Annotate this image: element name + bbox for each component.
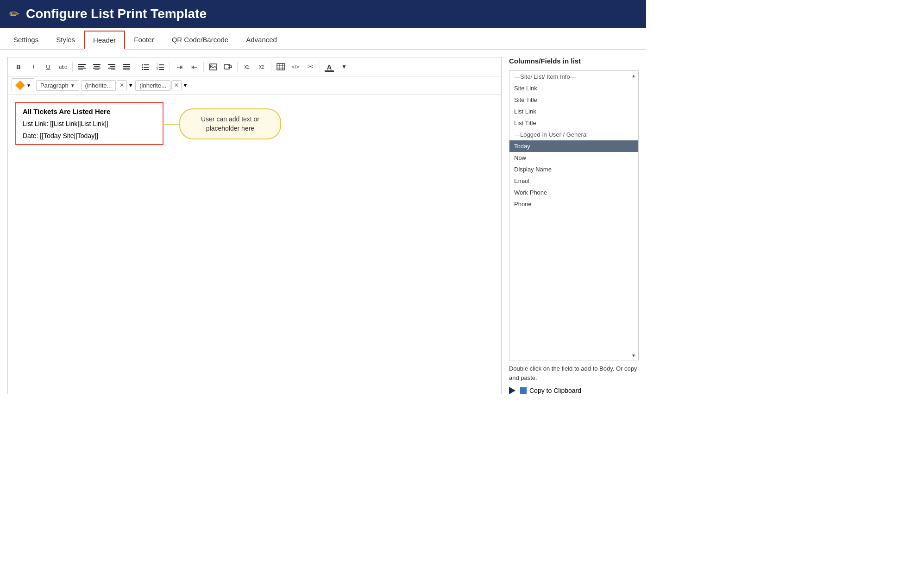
- paragraph-arrow: ▼: [70, 83, 75, 88]
- right-panel: Columns/Fields in list ▲ ---Site/ List/ …: [509, 57, 639, 394]
- list-item-site-link[interactable]: Site Link: [509, 82, 638, 94]
- paragraph-label: Paragraph: [40, 82, 69, 89]
- editor-content[interactable]: All Tickets Are Listed Here List Link: […: [8, 95, 501, 394]
- content-line3: Date: [[Today Site||Today]]: [23, 132, 156, 139]
- list-item-work-phone[interactable]: Work Phone: [509, 187, 638, 198]
- content-line1: All Tickets Are Listed Here: [23, 107, 156, 115]
- list-item-display-name[interactable]: Display Name: [509, 164, 638, 175]
- font2-dropdown[interactable]: (inherite...: [135, 80, 170, 91]
- main-content: B I U abc 1.2.3. ⇥: [0, 50, 646, 402]
- editor-area: B I U abc 1.2.3. ⇥: [7, 57, 502, 394]
- pencil-icon: ✏: [9, 7, 19, 21]
- toolbar-row2: 🔶 ▼ Paragraph ▼ (inherite... ✕ ▼ (inheri…: [8, 76, 501, 95]
- font1-dropdown[interactable]: (inherite...: [81, 80, 116, 91]
- triangle-icon: [509, 387, 515, 394]
- list-item-list-link[interactable]: List Link: [509, 106, 638, 117]
- font1-clear-button[interactable]: ✕: [117, 80, 127, 90]
- underline-button[interactable]: U: [41, 60, 55, 73]
- fields-list: ---Site/ List/ Item Info--- Site Link Si…: [509, 71, 638, 210]
- list-item-site-title[interactable]: Site Title: [509, 94, 638, 106]
- list-item-email[interactable]: Email: [509, 175, 638, 187]
- ordered-list-button[interactable]: 1.2.3.: [153, 60, 167, 73]
- text-color-button[interactable]: A: [322, 60, 336, 73]
- toolbar-sep-6: [271, 62, 271, 72]
- bold-button[interactable]: B: [12, 60, 25, 73]
- list-item-logged-in-header: ---Logged-in User / General: [509, 129, 638, 140]
- copy-clipboard-icon: [520, 387, 527, 394]
- font1-label: (inherite...: [85, 82, 112, 89]
- panel-hint: Double click on the field to add to Body…: [509, 364, 639, 382]
- callout-bubble: User can add text or placeholder here: [179, 108, 281, 139]
- tab-bar: Settings Styles Header Footer QR Code/Ba…: [0, 28, 646, 50]
- fields-list-container: ▲ ---Site/ List/ Item Info--- Site Link …: [509, 70, 639, 360]
- toolbar-sep-1: [72, 62, 73, 72]
- svg-point-16: [142, 64, 144, 66]
- copy-row: Copy to Clipboard: [509, 387, 639, 394]
- list-item-site-info-header: ---Site/ List/ Item Info---: [509, 71, 638, 82]
- svg-point-29: [210, 65, 212, 67]
- svg-rect-34: [277, 63, 284, 70]
- superscript-button[interactable]: x2: [255, 60, 269, 73]
- font1-group: (inherite... ✕ ▼: [81, 80, 134, 91]
- top-bar: ✏ Configure List Print Template: [0, 0, 646, 28]
- font2-group: (inherite... ✕ ▼: [135, 80, 188, 91]
- toolbar-sep-7: [320, 62, 320, 72]
- page-title: Configure List Print Template: [26, 6, 207, 21]
- font2-label: (inherite...: [139, 82, 166, 89]
- color-drop-icon: 🔶: [15, 80, 25, 90]
- copy-to-clipboard-button[interactable]: Copy to Clipboard: [529, 387, 581, 394]
- toolbar-sep-2: [136, 62, 136, 72]
- paragraph-dropdown[interactable]: Paragraph ▼: [36, 80, 79, 91]
- toolbar-sep-4: [203, 62, 204, 72]
- tab-footer[interactable]: Footer: [125, 31, 163, 49]
- toolbar-sep-5: [237, 62, 238, 72]
- list-item-today[interactable]: Today: [509, 140, 638, 152]
- content-box: All Tickets Are Listed Here List Link: […: [15, 102, 163, 145]
- link-button[interactable]: [221, 60, 235, 73]
- tab-header[interactable]: Header: [84, 31, 125, 50]
- tab-settings[interactable]: Settings: [5, 31, 47, 49]
- unordered-list-button[interactable]: [138, 60, 152, 73]
- color-picker-button[interactable]: 🔶 ▼: [12, 78, 34, 92]
- tab-styles[interactable]: Styles: [47, 31, 84, 49]
- indent-increase-button[interactable]: ⇥: [172, 60, 186, 73]
- code-button[interactable]: </>: [289, 60, 302, 73]
- scroll-down-button[interactable]: ▼: [630, 352, 637, 359]
- italic-button[interactable]: I: [26, 60, 40, 73]
- scroll-up-button[interactable]: ▲: [630, 72, 637, 79]
- list-item-phone[interactable]: Phone: [509, 198, 638, 210]
- more-button[interactable]: ▼: [337, 60, 351, 73]
- tab-advanced[interactable]: Advanced: [237, 31, 286, 49]
- font2-clear-button[interactable]: ✕: [171, 80, 182, 90]
- font2-arrow-button[interactable]: ▼: [182, 82, 188, 88]
- callout-text: User can add text or placeholder here: [201, 115, 259, 132]
- svg-point-20: [142, 69, 144, 70]
- list-item-list-title[interactable]: List Title: [509, 117, 638, 129]
- image-button[interactable]: [206, 60, 220, 73]
- align-center-button[interactable]: [90, 60, 104, 73]
- list-item-now[interactable]: Now: [509, 152, 638, 164]
- toolbar-sep-3: [170, 62, 170, 72]
- align-justify-button[interactable]: [119, 60, 133, 73]
- svg-text:3.: 3.: [157, 68, 158, 70]
- toolbar-row1: B I U abc 1.2.3. ⇥: [8, 57, 501, 76]
- color-drop-arrow: ▼: [26, 83, 31, 88]
- indent-decrease-button[interactable]: ⇤: [187, 60, 201, 73]
- align-right-button[interactable]: [105, 60, 119, 73]
- svg-point-18: [142, 67, 144, 68]
- svg-rect-30: [224, 64, 230, 69]
- font1-arrow-button[interactable]: ▼: [128, 82, 133, 88]
- table-button[interactable]: [274, 60, 288, 73]
- panel-title: Columns/Fields in list: [509, 57, 639, 65]
- subscript-button[interactable]: x2: [240, 60, 254, 73]
- strikethrough-button[interactable]: abc: [56, 60, 70, 73]
- align-left-button[interactable]: [75, 60, 89, 73]
- content-line2: List Link: [[List Link||List Link]]: [23, 120, 156, 127]
- tab-qrcode[interactable]: QR Code/Barcode: [163, 31, 238, 49]
- clear-format-button[interactable]: ✂: [303, 60, 317, 73]
